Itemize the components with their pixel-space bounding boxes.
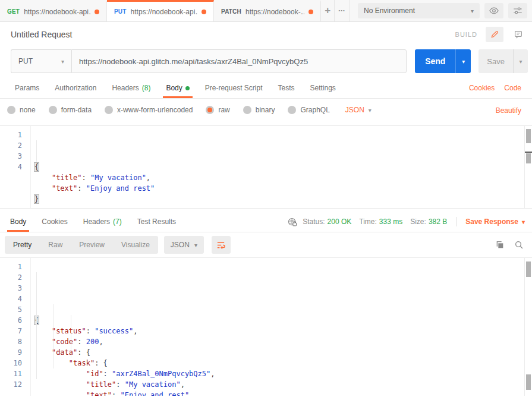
build-mode-label: BUILD xyxy=(455,31,477,38)
response-status-group: Status:200 OKTime:333 msSize:382 B xyxy=(303,218,447,226)
url-input[interactable]: https://nodebook-api.glitch.me/api/tasks… xyxy=(71,49,407,73)
body-type-x-www-form-urlencoded[interactable]: x-www-form-urlencoded xyxy=(105,106,193,114)
environment-selector[interactable]: No Environment ▾ xyxy=(358,3,480,18)
body-type-label: raw xyxy=(218,106,229,114)
line-number: 10 xyxy=(0,358,30,368)
editor-gutter: 123456789101112 xyxy=(0,258,31,396)
edit-request-button[interactable] xyxy=(486,27,503,42)
tab-params[interactable]: Params xyxy=(7,78,47,98)
request-tab[interactable]: PATCHhttps://nodebook-… xyxy=(214,0,321,21)
comments-button[interactable] xyxy=(509,27,527,42)
json-punctuation: : xyxy=(116,380,124,389)
body-type-GraphQL[interactable]: GraphQL xyxy=(288,106,329,114)
chevron-down-icon: ▾ xyxy=(462,58,465,65)
bracket-highlight: { xyxy=(34,163,39,171)
overview-mark xyxy=(525,152,532,153)
save-button[interactable]: Save xyxy=(479,49,513,73)
response-tab-headers[interactable]: Headers(7) xyxy=(75,212,130,232)
response-language-selector[interactable]: JSON ▾ xyxy=(164,236,204,254)
radio-icon xyxy=(243,106,251,114)
body-type-none[interactable]: none xyxy=(7,106,36,114)
json-punctuation: : xyxy=(112,391,120,396)
meta-label: Time: xyxy=(359,218,377,226)
search-response-button[interactable] xyxy=(514,240,524,250)
body-type-raw[interactable]: raw xyxy=(206,106,229,114)
request-section-tabs: ParamsAuthorizationHeaders(8)BodyPre-req… xyxy=(0,78,532,99)
view-tab-preview[interactable]: Preview xyxy=(71,236,113,254)
environment-quick-look-button[interactable] xyxy=(484,3,503,18)
view-tab-raw[interactable]: Raw xyxy=(40,236,71,254)
code-line: { xyxy=(34,162,524,172)
tab-bar: GEThttps://nodebook-api…PUThttps://nodeb… xyxy=(0,0,532,22)
body-language-selector[interactable]: JSON ▾ xyxy=(345,106,372,114)
send-options-button[interactable]: ▾ xyxy=(455,49,471,73)
json-string: "My vacation" xyxy=(90,174,146,182)
scrollbar-thumb[interactable] xyxy=(526,374,531,390)
editor-code-area[interactable]: { "status": "success", "code": 200, "dat… xyxy=(32,258,524,396)
tab-body[interactable]: Body xyxy=(158,78,197,98)
save-response-button[interactable]: Save Response ▾ xyxy=(465,218,525,226)
environment-area: No Environment ▾ xyxy=(350,0,532,21)
request-body-editor: 1234 { "title": "My vacation", "text": "… xyxy=(0,125,532,209)
response-tab-test-results[interactable]: Test Results xyxy=(130,212,184,232)
request-tab[interactable]: GEThttps://nodebook-api… xyxy=(0,0,107,21)
environment-settings-button[interactable] xyxy=(508,3,527,18)
tab-settings[interactable]: Settings xyxy=(303,78,344,98)
eye-icon xyxy=(489,5,499,16)
unsaved-dot-icon xyxy=(202,10,206,14)
new-tab-button[interactable]: + xyxy=(321,0,335,21)
tab-label: Cookies xyxy=(42,218,67,226)
response-tab-cookies[interactable]: Cookies xyxy=(34,212,75,232)
response-tabs-list: BodyCookiesHeaders(7)Test Results xyxy=(2,212,184,232)
body-set-dot-icon xyxy=(185,86,190,90)
line-number: 1 xyxy=(0,130,30,140)
scrollbar-thumb[interactable] xyxy=(526,129,531,143)
save-button-group: Save ▾ xyxy=(479,49,528,73)
scrollbar-thumb[interactable] xyxy=(526,261,531,277)
radio-icon xyxy=(288,106,296,114)
chevron-down-icon: ▾ xyxy=(61,58,64,65)
save-options-button[interactable]: ▾ xyxy=(513,49,528,73)
json-string: "My vacation" xyxy=(125,380,181,389)
code-link[interactable]: Code xyxy=(504,84,521,92)
tab-headers[interactable]: Headers(8) xyxy=(104,78,158,98)
response-tab-body[interactable]: Body xyxy=(2,212,34,232)
chevron-down-icon: ▾ xyxy=(519,58,522,65)
tab-pre-request-script[interactable]: Pre-request Script xyxy=(197,78,270,98)
body-type-form-data[interactable]: form-data xyxy=(49,106,92,114)
body-type-binary[interactable]: binary xyxy=(243,106,275,114)
sliders-icon xyxy=(512,5,523,16)
beautify-link[interactable]: Beautify xyxy=(496,106,521,115)
send-button[interactable]: Send xyxy=(415,49,455,73)
scrollbar-thumb[interactable] xyxy=(526,153,531,163)
json-punctuation xyxy=(34,380,86,389)
response-toolbar-right xyxy=(495,240,526,250)
view-tab-pretty[interactable]: Pretty xyxy=(5,236,40,254)
tab-options-button[interactable]: ••• xyxy=(335,0,350,21)
json-punctuation: , xyxy=(181,380,185,389)
method-selector[interactable]: PUT ▾ xyxy=(11,49,71,73)
request-tab[interactable]: PUThttps://nodebook-api… xyxy=(107,0,214,21)
json-punctuation xyxy=(34,391,86,396)
cookies-link[interactable]: Cookies xyxy=(469,84,495,92)
editor-scrollbar[interactable] xyxy=(524,258,532,396)
tab-label: Headers xyxy=(83,218,110,226)
copy-icon xyxy=(495,240,505,250)
url-value: https://nodebook-api.glitch.me/api/tasks… xyxy=(79,57,308,66)
tab-tests[interactable]: Tests xyxy=(270,78,302,98)
code-line: "text": "Enjoy and rest" xyxy=(34,183,524,194)
chevron-down-icon: ▾ xyxy=(194,242,197,248)
wrap-lines-button[interactable] xyxy=(212,236,231,254)
json-punctuation: , xyxy=(146,174,150,182)
json-punctuation xyxy=(34,370,86,378)
tab-authorization[interactable]: Authorization xyxy=(47,78,104,98)
meta-label: Status: xyxy=(303,218,325,226)
view-tab-visualize[interactable]: Visualize xyxy=(113,236,158,254)
request-name: Untitled Request xyxy=(11,30,73,39)
line-number: 11 xyxy=(0,368,30,379)
line-number: 4 xyxy=(0,162,30,172)
editor-code-area[interactable]: { "title": "My vacation", "text": "Enjoy… xyxy=(32,126,524,208)
editor-scrollbar[interactable] xyxy=(524,126,532,208)
copy-response-button[interactable] xyxy=(495,240,505,250)
line-number: 2 xyxy=(0,272,30,283)
